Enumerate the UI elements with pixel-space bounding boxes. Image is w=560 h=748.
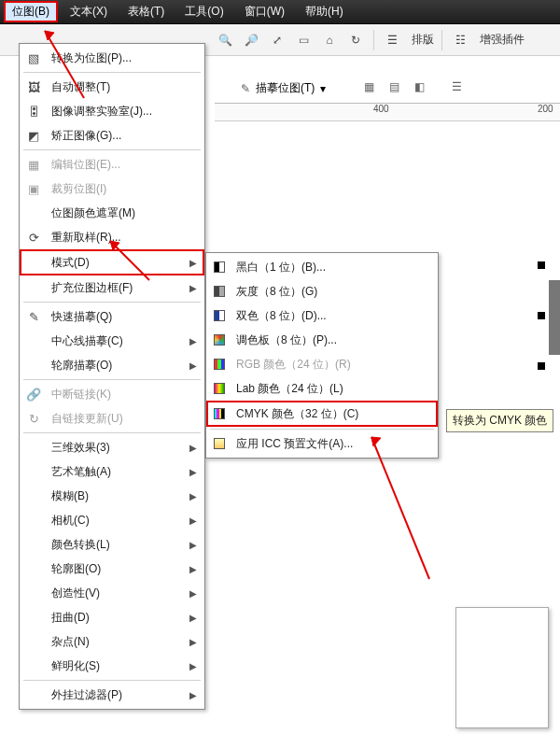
menu-update-link: ↻自链接更新(U): [20, 406, 204, 430]
menu-noise[interactable]: 杂点(N)▶: [20, 629, 204, 654]
menu-tools[interactable]: 工具(O): [176, 1, 231, 22]
palette-swatch-icon: [214, 334, 225, 346]
tool-icon-1[interactable]: ▦: [364, 80, 374, 93]
submenu-arrow-icon: ▶: [189, 540, 197, 550]
menu-bitmap[interactable]: 位图(B): [4, 1, 58, 22]
menu-straighten[interactable]: ◩矫正图像(G)...: [20, 123, 204, 148]
menu-convert-to-bitmap[interactable]: ▧转换为位图(P)...: [20, 46, 204, 70]
menu-centerline-trace[interactable]: 中心线描摹(C)▶: [20, 329, 204, 353]
zoom-all-icon[interactable]: ⌂: [319, 30, 340, 50]
menu-3d-effects[interactable]: 三维效果(3)▶: [20, 435, 204, 459]
auto-adjust-icon: 🖼: [23, 78, 44, 95]
tool-icon-4[interactable]: ☰: [452, 80, 462, 93]
bw-swatch-icon: [214, 261, 225, 273]
menu-table[interactable]: 表格(T): [119, 1, 173, 22]
separator: [441, 30, 442, 50]
menu-outline-trace[interactable]: 轮廓描摹(O)▶: [20, 353, 204, 377]
zoom-out-icon[interactable]: 🔎: [241, 30, 261, 50]
page-preview: [455, 607, 549, 728]
layout-icon[interactable]: ☰: [382, 30, 402, 50]
mode-cmyk[interactable]: CMYK 颜色（32 位）(C): [206, 401, 438, 427]
layout-label[interactable]: 排版: [412, 32, 434, 48]
separator: [23, 379, 201, 380]
blank-icon: [23, 512, 44, 529]
rgb-swatch-icon: [214, 359, 225, 370]
menu-resample[interactable]: ⟳重新取样(R)...: [20, 225, 204, 249]
mode-submenu: 黑白（1 位）(B)... 灰度（8 位）(G) 双色（8 位）(D)... 调…: [205, 252, 439, 459]
trace-icon: ✎: [23, 308, 44, 325]
menu-contour[interactable]: 轮廓图(O)▶: [20, 557, 204, 581]
menu-quick-trace[interactable]: ✎快速描摹(Q): [20, 304, 204, 329]
menu-image-lab[interactable]: 🎛图像调整实验室(J)...: [20, 99, 204, 123]
blank-icon: [23, 487, 44, 504]
cmyk-swatch-icon: [214, 408, 225, 419]
cmyk-tooltip: 转换为 CMYK 颜色: [446, 409, 553, 432]
pencil-icon: ✎: [241, 82, 250, 95]
mode-rgb: RGB 颜色（24 位）(R): [206, 352, 438, 376]
selected-bitmap-edge: [549, 280, 560, 355]
menu-inflate[interactable]: 扩充位图边框(F)▶: [20, 275, 204, 300]
submenu-arrow-icon: ▶: [189, 661, 197, 671]
submenu-arrow-icon: ▶: [189, 258, 197, 268]
blank-icon: [23, 254, 44, 271]
menu-text[interactable]: 文本(X): [62, 1, 116, 22]
blank-icon: [23, 332, 44, 349]
submenu-arrow-icon: ▶: [189, 637, 197, 647]
mode-lab[interactable]: Lab 颜色（24 位）(L): [206, 376, 438, 401]
submenu-arrow-icon: ▶: [189, 613, 197, 623]
mode-bw[interactable]: 黑白（1 位）(B)...: [206, 255, 438, 279]
menu-crop-bitmap: ▣裁剪位图(I): [20, 176, 204, 201]
separator: [23, 302, 201, 303]
mode-apply-icc[interactable]: 应用 ICC 预置文件(A)...: [206, 431, 438, 456]
menu-camera[interactable]: 相机(C)▶: [20, 508, 204, 532]
menubar: 位图(B) 文本(X) 表格(T) 工具(O) 窗口(W) 帮助(H): [0, 0, 560, 24]
trace-bitmap-label: 描摹位图(T): [256, 80, 315, 96]
blank-icon: [23, 686, 44, 703]
menu-distort[interactable]: 扭曲(D)▶: [20, 605, 204, 629]
resample-icon: ⟳: [23, 229, 44, 246]
blank-icon: [23, 463, 44, 480]
menu-auto-adjust[interactable]: 🖼自动调整(T): [20, 75, 204, 99]
menu-help[interactable]: 帮助(H): [297, 1, 352, 22]
ruler-tick: 400: [373, 104, 389, 114]
straighten-icon: ◩: [23, 127, 44, 144]
tool-icon-3[interactable]: ◧: [414, 80, 425, 93]
mode-duotone[interactable]: 双色（8 位）(D)...: [206, 303, 438, 328]
separator: [23, 432, 201, 433]
chevron-down-icon: ▾: [320, 82, 326, 95]
menu-blur[interactable]: 模糊(B)▶: [20, 484, 204, 508]
menu-mode[interactable]: 模式(D)▶: [20, 249, 204, 275]
mode-grayscale[interactable]: 灰度（8 位）(G): [206, 279, 438, 303]
blank-icon: [23, 357, 44, 374]
tool-icon-2[interactable]: ▤: [389, 80, 399, 93]
blank-icon: [23, 560, 44, 577]
blank-icon: [23, 633, 44, 650]
menu-creative[interactable]: 创造性(V)▶: [20, 581, 204, 605]
trace-bitmap-button[interactable]: ✎ 描摹位图(T) ▾: [241, 80, 326, 96]
zoom-page-icon[interactable]: ▭: [293, 30, 314, 50]
duotone-swatch-icon: [214, 310, 225, 321]
enhance-label[interactable]: 增强插件: [480, 32, 525, 48]
zoom-fit-icon[interactable]: ⤢: [267, 30, 287, 50]
toolbar-extra-icons2: ☰: [452, 80, 462, 93]
menu-window[interactable]: 窗口(W): [236, 1, 293, 22]
plugin-icon[interactable]: ☷: [450, 30, 470, 50]
submenu-arrow-icon: ▶: [189, 515, 197, 526]
blank-icon: [23, 279, 44, 296]
submenu-arrow-icon: ▶: [189, 564, 197, 574]
zoom-in-icon[interactable]: 🔍: [215, 30, 235, 50]
blank-icon: [23, 585, 44, 601]
mode-paletted[interactable]: 调色板（8 位）(P)...: [206, 328, 438, 352]
menu-plugins[interactable]: 外挂过滤器(P)▶: [20, 683, 204, 707]
lab-icon: 🎛: [23, 103, 44, 120]
refresh-icon[interactable]: ↻: [345, 30, 366, 50]
menu-color-mask[interactable]: 位图颜色遮罩(M): [20, 201, 204, 225]
menu-art-strokes[interactable]: 艺术笔触(A)▶: [20, 459, 204, 484]
gray-swatch-icon: [214, 286, 225, 297]
menu-break-link: 🔗中断链接(K): [20, 382, 204, 406]
submenu-arrow-icon: ▶: [189, 467, 197, 477]
menu-sharpen[interactable]: 鲜明化(S)▶: [20, 654, 204, 678]
submenu-arrow-icon: ▶: [189, 491, 197, 501]
menu-color-transform[interactable]: 颜色转换(L)▶: [20, 532, 204, 557]
separator: [23, 149, 201, 150]
